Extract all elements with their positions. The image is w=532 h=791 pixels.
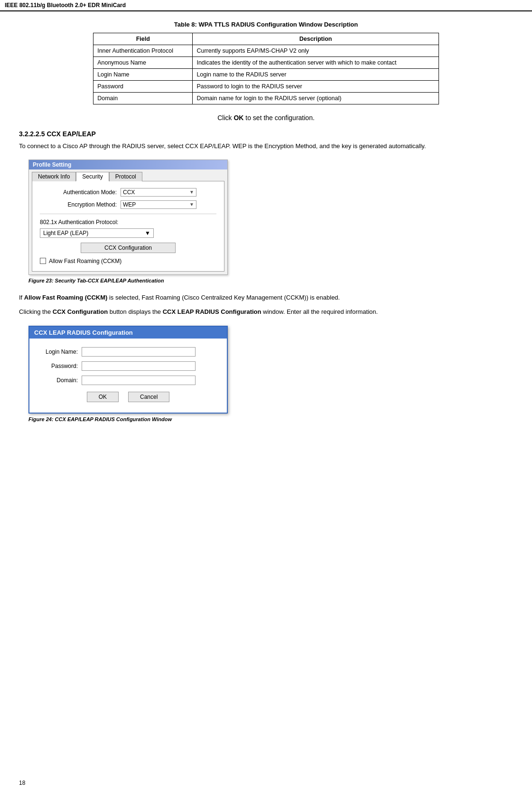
allow-fast-roaming-label: Allow Fast Roaming (CCKM): [49, 258, 121, 264]
ccx-field-row: Password:: [39, 361, 217, 371]
ccx-field-label: Password:: [39, 363, 82, 369]
col-description: Description: [193, 33, 439, 45]
tab-network-info[interactable]: Network Info: [32, 172, 76, 181]
dialog-body: Authentication Mode: CCX ▼ Encryption Me…: [32, 181, 224, 272]
dialog-tabs: Network Info Security Protocol: [29, 170, 227, 181]
section-heading-325: 3.2.2.2.5 CCX EAP/LEAP: [19, 130, 513, 138]
enc-method-row: Encryption Method: WEP ▼: [40, 200, 216, 209]
table-cell-field: Domain: [93, 93, 193, 104]
enc-method-value: WEP: [123, 201, 136, 208]
leap-select[interactable]: Light EAP (LEAP) ▼: [40, 228, 154, 238]
ccx-field-input-0[interactable]: [82, 347, 196, 357]
ccx-dialog-body: Login Name:Password:Domain: OK Cancel: [29, 339, 227, 413]
enc-method-arrow-icon: ▼: [189, 202, 194, 207]
auth-mode-arrow-icon: ▼: [189, 189, 194, 195]
config-table: Field Description Inner Authentication P…: [93, 33, 439, 104]
ccx-cancel-button[interactable]: Cancel: [128, 392, 169, 402]
table-cell-field: Anonymous Name: [93, 57, 193, 69]
ccx-rest: window. Enter all the required informati…: [261, 308, 378, 315]
ccx-field-input-2[interactable]: [82, 376, 196, 385]
ccx-config-button[interactable]: CCX Configuration: [81, 243, 176, 253]
ccx-field-row: Domain:: [39, 376, 217, 385]
table-title: Table 8: WPA TTLS RADIUS Configuration W…: [19, 21, 513, 28]
ccx-ok-button[interactable]: OK: [87, 392, 119, 402]
page-header: IEEE 802.11b/g Bluetooth 2.0+ EDR MiniCa…: [0, 0, 532, 11]
ccx-field-input-1[interactable]: [82, 361, 196, 371]
body-pre: If: [19, 294, 24, 301]
col-field: Field: [93, 33, 193, 45]
auth-mode-value: CCX: [123, 189, 135, 196]
ccx-mid: button displays the: [108, 308, 163, 315]
table-cell-description: Password to login to the RADIUS server: [193, 81, 439, 93]
click-ok-pre: Click: [217, 114, 233, 122]
enc-method-select[interactable]: WEP ▼: [121, 200, 196, 209]
ccx-bold2: CCX LEAP RADIUS Configuration: [163, 308, 261, 315]
table-cell-description: Login name to the RADIUS server: [193, 69, 439, 81]
table-row: DomainDomain name for login to the RADIU…: [93, 93, 439, 104]
table-row: Login NameLogin name to the RADIUS serve…: [93, 69, 439, 81]
table-row: Anonymous NameIndicates the identity of …: [93, 57, 439, 69]
body-text-fast-roaming: If Allow Fast Roaming (CCKM) is selected…: [19, 293, 513, 303]
click-ok-paragraph: Click OK to set the configuration.: [19, 114, 513, 122]
header-title: IEEE 802.11b/g Bluetooth 2.0+ EDR MiniCa…: [5, 2, 126, 9]
page-footer: 18: [19, 780, 25, 786]
tab-protocol[interactable]: Protocol: [109, 172, 142, 181]
ccx-leap-dialog: CCX LEAP RADIUS Configuration Login Name…: [28, 326, 228, 414]
table-cell-description: Currently supports EAP/MS-CHAP V2 only: [193, 45, 439, 57]
auth-mode-select[interactable]: CCX ▼: [121, 188, 196, 197]
ccx-dialog-title: CCX LEAP RADIUS Configuration: [29, 327, 227, 339]
body-bold: Allow Fast Roaming (CCKM): [24, 294, 108, 301]
page-number: 18: [19, 780, 25, 786]
body-rest: is selected, Fast Roaming (Cisco Central…: [107, 294, 340, 301]
table-cell-field: Password: [93, 81, 193, 93]
figure-24-caption: Figure 24: CCX EAP/LEAP RADIUS Configura…: [28, 416, 513, 422]
separator: [40, 214, 216, 214]
ccx-pre: Clicking the: [19, 308, 53, 315]
table-cell-description: Domain name for login to the RADIUS serv…: [193, 93, 439, 104]
ccx-field-row: Login Name:: [39, 347, 217, 357]
figure-23-caption: Figure 23: Security Tab-CCX EAP/LEAP Aut…: [28, 278, 513, 283]
dialog-title-bar: Profile Setting: [29, 160, 227, 170]
allow-fast-roaming-row: Allow Fast Roaming (CCKM): [40, 258, 216, 264]
enc-method-label: Encryption Method:: [40, 201, 121, 208]
ccx-bold1: CCX Configuration: [53, 308, 108, 315]
leap-arrow-icon: ▼: [145, 230, 150, 236]
auth-mode-row: Authentication Mode: CCX ▼: [40, 188, 216, 197]
auth-mode-label: Authentication Mode:: [40, 189, 121, 196]
ccx-field-label: Domain:: [39, 377, 82, 384]
auth-protocol-label: 802.1x Authentication Protocol:: [40, 219, 216, 226]
table-cell-field: Login Name: [93, 69, 193, 81]
body-text-ccx-config: Clicking the CCX Configuration button di…: [19, 307, 513, 317]
tab-security[interactable]: Security: [76, 172, 109, 181]
allow-fast-roaming-checkbox[interactable]: [40, 258, 46, 264]
section-text-325: To connect to a Cisco AP through the RAD…: [19, 141, 513, 151]
table-cell-description: Indicates the identity of the authentica…: [193, 57, 439, 69]
table-cell-field: Inner Authentication Protocol: [93, 45, 193, 57]
table-row: Inner Authentication ProtocolCurrently s…: [93, 45, 439, 57]
click-ok-bold: OK: [233, 114, 243, 122]
leap-value: Light EAP (LEAP): [43, 230, 88, 236]
ccx-btn-row: OK Cancel: [39, 392, 217, 407]
ccx-field-label: Login Name:: [39, 348, 82, 355]
table-row: PasswordPassword to login to the RADIUS …: [93, 81, 439, 93]
click-ok-suffix: to set the configuration.: [243, 114, 314, 122]
profile-setting-dialog: Profile Setting Network Info Security Pr…: [28, 160, 228, 275]
